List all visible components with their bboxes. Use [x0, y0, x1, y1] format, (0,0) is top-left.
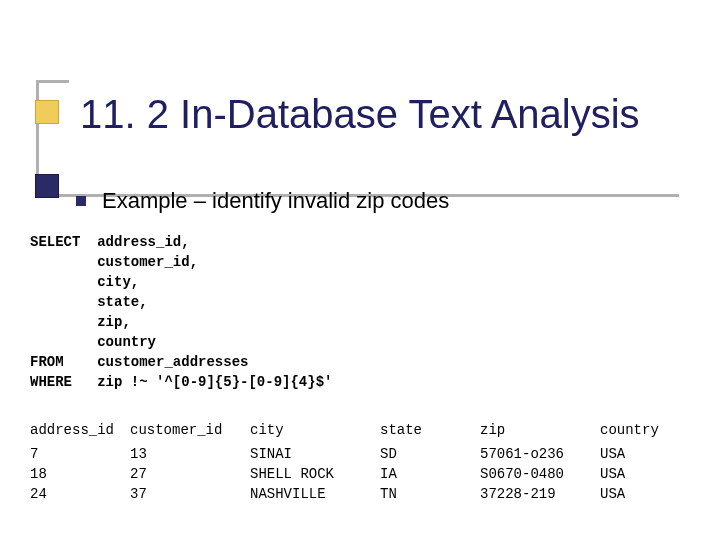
- col-header-zip: zip: [480, 420, 600, 444]
- col-header-address-id: address_id: [30, 420, 130, 444]
- cell-zip: 57061-o236: [480, 444, 600, 464]
- cell-zip: S0670-0480: [480, 464, 600, 484]
- sql-line: FROM customer_addresses: [30, 354, 248, 370]
- navy-square-icon: [36, 175, 58, 197]
- cell-state: TN: [380, 484, 480, 504]
- cell-address-id: 24: [30, 484, 130, 504]
- cell-city: NASHVILLE: [250, 484, 380, 504]
- bullet-text: Example – identify invalid zip codes: [102, 188, 449, 214]
- sql-line: country: [30, 334, 156, 350]
- slide: 11. 2 In-Database Text Analysis Example …: [0, 0, 720, 540]
- sql-line: city,: [30, 274, 139, 290]
- col-header-country: country: [600, 420, 680, 444]
- cell-state: SD: [380, 444, 480, 464]
- title-decoration-top: [36, 80, 69, 143]
- cell-city: SHELL ROCK: [250, 464, 380, 484]
- table-header-row: address_id customer_id city state zip co…: [30, 420, 680, 444]
- table-row: 18 27 SHELL ROCK IA S0670-0480 USA: [30, 464, 680, 484]
- gold-square-icon: [36, 101, 58, 123]
- cell-customer-id: 37: [130, 484, 250, 504]
- col-header-city: city: [250, 420, 380, 444]
- sql-line: SELECT address_id,: [30, 234, 190, 250]
- sql-line: customer_id,: [30, 254, 198, 270]
- cell-country: USA: [600, 484, 680, 504]
- cell-zip: 37228-219: [480, 484, 600, 504]
- table-row: 24 37 NASHVILLE TN 37228-219 USA: [30, 484, 680, 504]
- cell-address-id: 7: [30, 444, 130, 464]
- cell-customer-id: 13: [130, 444, 250, 464]
- cell-address-id: 18: [30, 464, 130, 484]
- cell-customer-id: 27: [130, 464, 250, 484]
- cell-country: USA: [600, 444, 680, 464]
- table-row: 7 13 SINAI SD 57061-o236 USA: [30, 444, 680, 464]
- sql-line: state,: [30, 294, 148, 310]
- sql-line: WHERE zip !~ '^[0-9]{5}-[0-9]{4}$': [30, 374, 332, 390]
- cell-state: IA: [380, 464, 480, 484]
- slide-title: 11. 2 In-Database Text Analysis: [80, 92, 640, 137]
- col-header-customer-id: customer_id: [130, 420, 250, 444]
- cell-city: SINAI: [250, 444, 380, 464]
- bullet-square-icon: [76, 196, 86, 206]
- cell-country: USA: [600, 464, 680, 484]
- sql-code-block: SELECT address_id, customer_id, city, st…: [30, 232, 332, 392]
- sql-line: zip,: [30, 314, 131, 330]
- results-table: address_id customer_id city state zip co…: [30, 420, 680, 504]
- bullet-item: Example – identify invalid zip codes: [76, 188, 449, 214]
- col-header-state: state: [380, 420, 480, 444]
